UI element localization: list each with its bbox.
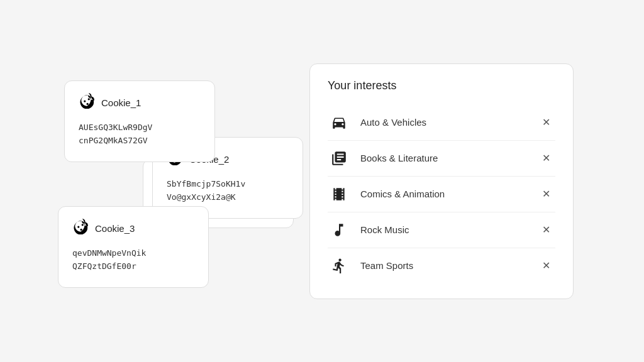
auto-icon — [328, 111, 350, 134]
cookie-name-1: Cookie_1 — [101, 97, 141, 108]
interests-panel: Your interests Auto & Vehicles ✕ Books &… — [309, 63, 574, 299]
cookie-section: Cookie_1 AUEsGQ3KLwR9DgV cnPG2QMkAS72GV — [33, 62, 272, 300]
svg-point-7 — [80, 229, 82, 231]
comics-icon — [328, 183, 350, 206]
main-container: Cookie_1 AUEsGQ3KLwR9DgV cnPG2QMkAS72GV — [33, 62, 611, 300]
rock-icon — [328, 219, 350, 241]
books-label: Books & Literature — [360, 153, 537, 163]
cookie-value-3: qevDNMwNpeVnQik QZFQztDGfE00r — [72, 247, 194, 273]
interest-item-rock: Rock Music ✕ — [328, 212, 555, 248]
auto-label: Auto & Vehicles — [360, 117, 537, 128]
comics-label: Comics & Animation — [360, 189, 537, 199]
svg-point-6 — [77, 226, 79, 228]
interest-item-books: Books & Literature ✕ — [328, 141, 555, 177]
svg-point-0 — [84, 100, 86, 102]
interest-item-auto: Auto & Vehicles ✕ — [328, 105, 555, 141]
cookie-card-1: Cookie_1 AUEsGQ3KLwR9DgV cnPG2QMkAS72GV — [64, 80, 215, 162]
remove-auto-button[interactable]: ✕ — [537, 115, 555, 130]
cookie-value-1: AUEsGQ3KLwR9DgV cnPG2QMkAS72GV — [79, 121, 201, 148]
svg-point-8 — [82, 224, 84, 226]
cookie-card-1-header: Cookie_1 — [79, 92, 201, 112]
sports-label: Team Sports — [360, 260, 537, 271]
sports-icon — [328, 255, 350, 277]
remove-sports-button[interactable]: ✕ — [537, 258, 555, 273]
remove-rock-button[interactable]: ✕ — [537, 222, 555, 238]
interest-item-sports: Team Sports ✕ — [328, 248, 555, 283]
svg-point-2 — [88, 98, 90, 100]
cookie-value-2: SbYfBmcjp7SoKH1v Vo@gxXcyXi2a@K — [167, 178, 289, 204]
cookie-card-3: Cookie_3 qevDNMwNpeVnQik QZFQztDGfE00r — [58, 206, 209, 288]
remove-books-button[interactable]: ✕ — [537, 151, 555, 166]
books-icon — [328, 147, 350, 170]
cookie-icon-1 — [79, 92, 95, 112]
svg-point-1 — [86, 103, 88, 105]
interest-item-comics: Comics & Animation ✕ — [328, 177, 555, 212]
rock-label: Rock Music — [360, 224, 537, 235]
cookie-card-3-header: Cookie_3 — [72, 218, 194, 238]
remove-comics-button[interactable]: ✕ — [537, 187, 555, 202]
interests-title: Your interests — [328, 79, 555, 92]
cookie-icon-3 — [72, 218, 89, 238]
cookie-name-3: Cookie_3 — [95, 223, 135, 234]
